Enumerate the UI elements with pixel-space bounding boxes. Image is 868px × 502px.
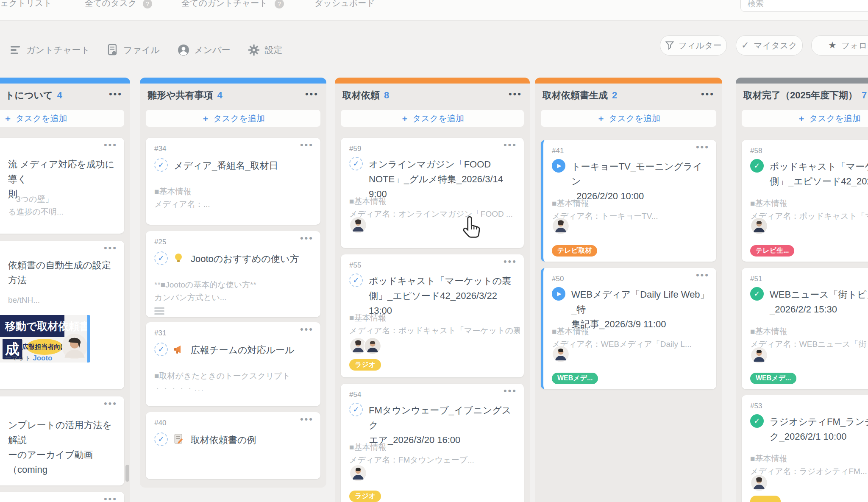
settings-button[interactable]: 設定 bbox=[248, 44, 282, 56]
following-label: フォロー中 bbox=[841, 40, 868, 51]
task-card[interactable]: ••• 依頼書の自動生成の設定方法 be/tNH... 移動で取材依頼書を 成 … bbox=[0, 241, 124, 389]
my-tasks-label: マイタスク bbox=[754, 40, 797, 51]
task-card[interactable]: ••• #54 ✓ FMタウンウェーブ_イブニングスク エア_2026/3/20… bbox=[341, 384, 524, 502]
board-column: 雛形や共有事項 4 ••• ＋ タスクを追加 ••• #34 ✓ メディア_番組… bbox=[140, 78, 326, 488]
top-nav-bar: ェクトリスト 全てのタスク ? 全てのガントチャート ? ダッシュボード bbox=[0, 0, 868, 21]
task-id: #40 bbox=[154, 419, 166, 427]
following-button[interactable]: ★ フォロー中 bbox=[811, 35, 868, 56]
help-badge-icon[interactable]: ? bbox=[143, 0, 152, 8]
status-check-icon[interactable]: ✓ bbox=[349, 403, 363, 416]
task-card[interactable]: ••• #55 ✓ ポッドキャスト「マーケットの裏 側」_エピソード42_202… bbox=[341, 254, 524, 377]
column-scrollbar[interactable] bbox=[125, 465, 129, 482]
task-card[interactable]: ••• 流 メディア対応を成功に導く 則 「3つの壁」 る進捗の不明... bbox=[0, 138, 124, 234]
card-menu-button[interactable]: ••• bbox=[300, 324, 314, 335]
gantt-chart-button[interactable]: ガントチャート bbox=[11, 44, 90, 56]
video-thumbnail[interactable]: 移動で取材依頼書を 成 広報担当者向け ーマット Jooto bbox=[0, 315, 90, 363]
file-icon bbox=[108, 44, 119, 56]
card-menu-button[interactable]: ••• bbox=[504, 139, 517, 151]
add-task-button[interactable]: ＋ タスクを追加 bbox=[541, 110, 716, 127]
task-id: #50 bbox=[552, 275, 564, 283]
column-menu-button[interactable]: ••• bbox=[701, 89, 715, 100]
task-card[interactable]: ••• #50 ▶ WEBメディア「Daily Life Web」_特 集記事_… bbox=[541, 268, 716, 389]
add-task-button[interactable]: ＋ タスクを追加 bbox=[146, 110, 320, 127]
card-menu-button[interactable]: ••• bbox=[300, 414, 314, 425]
task-title: ポッドキャスト「マーケット 側」_エピソード42_2026/3/ bbox=[770, 159, 868, 189]
status-check-icon[interactable]: ✓ bbox=[154, 251, 168, 265]
nav-project-list[interactable]: ェクトリスト bbox=[0, 0, 52, 9]
column-color-bar bbox=[736, 78, 868, 84]
my-tasks-button[interactable]: ✓ マイタスク bbox=[736, 35, 803, 56]
in-progress-play-icon[interactable]: ▶ bbox=[552, 287, 565, 301]
card-menu-button[interactable]: ••• bbox=[300, 139, 314, 151]
filter-button[interactable]: フィルター bbox=[660, 35, 727, 56]
status-check-icon[interactable]: ✓ bbox=[349, 273, 363, 287]
task-id: #25 bbox=[154, 238, 166, 246]
card-menu-button[interactable]: ••• bbox=[104, 139, 117, 151]
status-check-icon[interactable]: ✓ bbox=[349, 157, 363, 170]
task-card[interactable]: #53 ✓ ラジオシティFM_ランチタイ ク_2026/2/1 10:00 ■基… bbox=[742, 395, 868, 502]
card-menu-button[interactable]: ••• bbox=[696, 142, 709, 153]
done-check-icon[interactable]: ✓ bbox=[750, 287, 764, 301]
assignee-avatars bbox=[750, 474, 768, 492]
task-title: メディア_番組名_取材日 bbox=[174, 158, 278, 173]
card-menu-button[interactable]: ••• bbox=[104, 494, 117, 502]
add-task-button[interactable]: ＋ タスクを追加 bbox=[742, 110, 868, 127]
task-title: 依頼書の自動生成の設定方法 bbox=[8, 258, 118, 287]
settings-label: 設定 bbox=[264, 44, 282, 56]
in-progress-play-icon[interactable]: ▶ bbox=[552, 159, 565, 173]
done-check-icon[interactable]: ✓ bbox=[750, 414, 764, 428]
thumbnail-badge: 広報担当者向け bbox=[26, 339, 63, 355]
task-id: #34 bbox=[154, 145, 166, 153]
task-card[interactable]: ••• #25 ✓ Jootoのおすすめの使い方 **■Jootoの基本的な使い… bbox=[146, 231, 320, 317]
task-title: WEBニュース「街トピ」_速 _2026/2/2 15:30 bbox=[770, 287, 868, 317]
task-id: #59 bbox=[349, 145, 361, 153]
task-card[interactable]: ••• #31 ✓ 広報チームの対応ルール ■取材がきたときのトークスクリプト … bbox=[146, 322, 320, 406]
help-badge-icon[interactable]: ? bbox=[275, 0, 284, 8]
members-button[interactable]: メンバー bbox=[178, 44, 230, 56]
card-menu-button[interactable]: ••• bbox=[696, 270, 709, 281]
search-input[interactable] bbox=[747, 0, 868, 9]
task-card[interactable]: ••• #59 ✓ オンラインマガジン「FOOD NOTE」_グルメ特集_202… bbox=[341, 138, 524, 248]
add-task-button[interactable]: ＋ タスクを追加 bbox=[341, 110, 524, 127]
filter-funnel-icon bbox=[665, 41, 674, 50]
status-check-icon[interactable]: ✓ bbox=[154, 158, 168, 172]
task-card[interactable]: ••• #40 ✓ 取材依頼書の例 bbox=[146, 412, 320, 479]
card-menu-button[interactable]: ••• bbox=[104, 243, 117, 254]
check-icon: ✓ bbox=[741, 40, 749, 51]
card-menu-button[interactable]: ••• bbox=[104, 398, 117, 409]
column-title: 取材依頼書生成 bbox=[542, 89, 608, 102]
task-id: #54 bbox=[349, 390, 361, 399]
task-card[interactable]: ••• ンプレートの活用方法を解説 ーのアーカイブ動画（coming bbox=[0, 396, 124, 485]
add-task-button[interactable]: ＋ タスクを追加 bbox=[0, 110, 124, 127]
task-card[interactable]: ••• bbox=[0, 492, 124, 502]
column-menu-button[interactable]: ••• bbox=[509, 89, 522, 100]
files-button[interactable]: ファイル bbox=[108, 44, 160, 56]
task-id: #41 bbox=[552, 147, 564, 155]
task-id: #58 bbox=[750, 147, 762, 155]
status-check-icon[interactable]: ✓ bbox=[154, 343, 168, 356]
task-description: ■基本情報 メディア名：オンラインマガジン「FOOD ... bbox=[349, 195, 520, 220]
nav-all-gantt[interactable]: 全てのガントチャート bbox=[181, 0, 268, 9]
plus-icon: ＋ bbox=[797, 113, 806, 124]
task-card[interactable]: ••• #41 ▶ トーキョーTV_モーニングライン _2026/2/20 10… bbox=[541, 140, 716, 262]
avatar bbox=[750, 346, 768, 364]
presenter-photo bbox=[62, 330, 87, 363]
card-menu-button[interactable]: ••• bbox=[300, 233, 314, 244]
files-label: ファイル bbox=[123, 44, 160, 56]
card-menu-button[interactable]: ••• bbox=[504, 256, 517, 267]
card-menu-button[interactable]: ••• bbox=[504, 385, 517, 396]
nav-dashboard[interactable]: ダッシュボード bbox=[314, 0, 375, 9]
task-description: **■Jootoの基本的な使い方** カンバン方式とい... bbox=[154, 279, 316, 304]
task-card[interactable]: #51 ✓ WEBニュース「街トピ」_速 _2026/2/2 15:30 ■基本… bbox=[742, 268, 868, 389]
board-column: 取材完了（2025年度下期） 7 ＋ タスクを追加 #58 ✓ ポッドキャスト「… bbox=[736, 78, 868, 502]
task-card[interactable]: #58 ✓ ポッドキャスト「マーケット 側」_エピソード42_2026/3/ ■… bbox=[742, 140, 868, 262]
done-check-icon[interactable]: ✓ bbox=[750, 159, 764, 173]
column-menu-button[interactable]: ••• bbox=[109, 89, 122, 100]
column-menu-button[interactable]: ••• bbox=[305, 89, 319, 100]
tag-label bbox=[750, 496, 781, 502]
status-check-icon[interactable]: ✓ bbox=[154, 432, 168, 446]
nav-all-tasks[interactable]: 全てのタスク bbox=[85, 0, 136, 9]
avatar bbox=[349, 464, 367, 482]
task-description: ■基本情報 メディア名：トーキョーTV... bbox=[552, 197, 712, 223]
task-card[interactable]: ••• #34 ✓ メディア_番組名_取材日 ■基本情報 メディア名：... bbox=[146, 138, 320, 225]
